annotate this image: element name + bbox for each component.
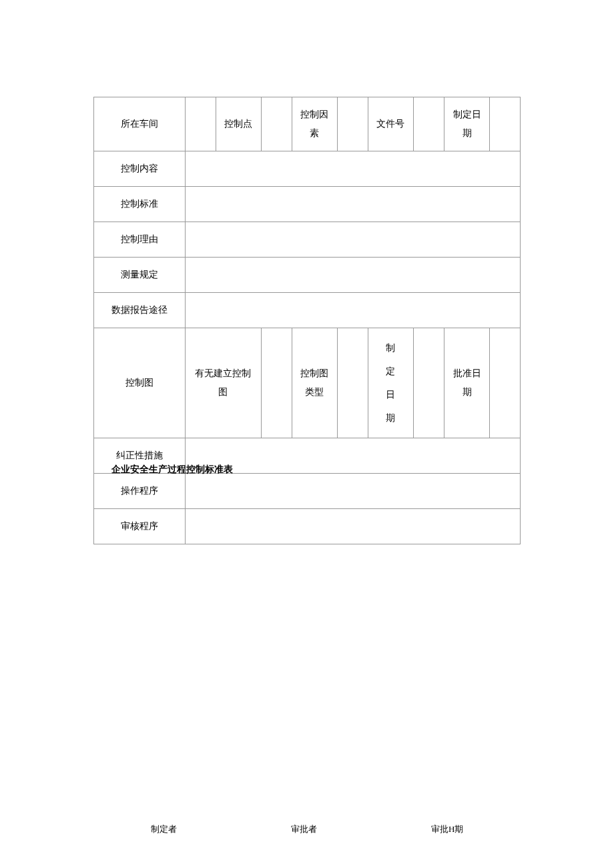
control-point-value xyxy=(262,97,292,151)
footer-row: 制定者 审批者 审批H期 xyxy=(93,823,521,835)
workshop-label: 所在车间 xyxy=(94,97,186,151)
formulation-date-value xyxy=(490,97,521,151)
audit-procedure-value xyxy=(185,509,520,544)
footer-approver: 审批者 xyxy=(291,823,317,835)
chart-approval-date-label: 批准日期 xyxy=(444,328,489,438)
doc-number-label: 文件号 xyxy=(368,97,413,151)
control-factor-label: 控制因素 xyxy=(292,97,337,151)
doc-number-value xyxy=(414,97,444,151)
workshop-value xyxy=(185,97,216,151)
table-row-chart: 控制图 有无建立控制图 控制图类型 制定日期 批准日期 xyxy=(94,328,521,438)
chart-formulation-date-value xyxy=(414,328,444,438)
table-row: 审核程序 xyxy=(94,509,521,544)
table-row: 控制内容 xyxy=(94,151,521,187)
footer-creator: 制定者 xyxy=(151,823,177,835)
control-factor-value xyxy=(338,97,368,151)
control-standard-table: 所在车间 控制点 控制因素 文件号 制定日期 控制内容 控制标准 控制理由 测量… xyxy=(93,97,521,544)
table-row: 控制理由 xyxy=(94,222,521,258)
operation-procedure-value xyxy=(185,474,520,509)
chart-type-label: 控制图类型 xyxy=(292,328,337,438)
table-row: 控制标准 xyxy=(94,187,521,222)
chart-approval-date-value xyxy=(490,328,521,438)
control-chart-label: 控制图 xyxy=(94,328,186,438)
control-standard-value xyxy=(185,187,520,222)
table-row: 测量规定 xyxy=(94,258,521,293)
data-report-value xyxy=(185,293,520,328)
subtitle-text: 企业安全生产过程控制标准表 xyxy=(111,464,233,476)
table-row-header: 所在车间 控制点 控制因素 文件号 制定日期 xyxy=(94,97,521,151)
control-standard-label: 控制标准 xyxy=(94,187,186,222)
formulation-date-label: 制定日期 xyxy=(444,97,489,151)
table-row: 操作程序 xyxy=(94,474,521,509)
control-point-label: 控制点 xyxy=(216,97,261,151)
has-chart-label: 有无建立控制图 xyxy=(185,328,261,438)
corrective-action-value xyxy=(185,438,520,474)
audit-procedure-label: 审核程序 xyxy=(94,509,186,544)
main-table: 所在车间 控制点 控制因素 文件号 制定日期 控制内容 控制标准 控制理由 测量… xyxy=(93,97,521,544)
measurement-rule-label: 测量规定 xyxy=(94,258,186,293)
chart-formulation-date-label: 制定日期 xyxy=(368,328,413,438)
data-report-label: 数据报告途径 xyxy=(94,293,186,328)
has-chart-value xyxy=(262,328,292,438)
operation-procedure-label: 操作程序 xyxy=(94,474,186,509)
control-reason-label: 控制理由 xyxy=(94,222,186,258)
table-row: 数据报告途径 xyxy=(94,293,521,328)
chart-type-value xyxy=(338,328,368,438)
footer-approval-date: 审批H期 xyxy=(431,823,463,835)
measurement-rule-value xyxy=(185,258,520,293)
control-reason-value xyxy=(185,222,520,258)
control-content-label: 控制内容 xyxy=(94,151,186,187)
control-content-value xyxy=(185,151,520,187)
